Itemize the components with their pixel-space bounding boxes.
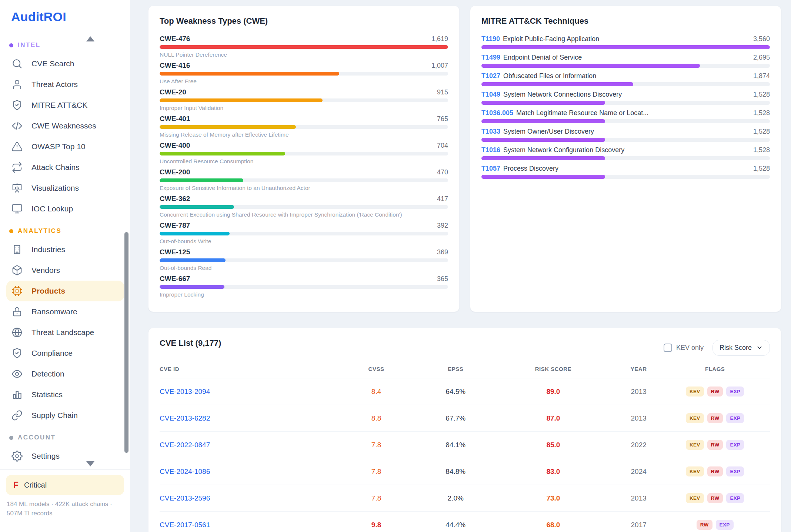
cube-icon — [11, 265, 23, 276]
cvss-value: 9.8 — [330, 521, 422, 529]
flags-cell: KEVRWEXP — [660, 387, 770, 397]
building-icon — [11, 244, 23, 255]
sidebar-item-cwe-weaknesses[interactable]: CWE Weaknesses — [6, 116, 124, 136]
sort-select[interactable]: Risk Score — [712, 340, 770, 356]
sidebar-item-industries[interactable]: Industries — [6, 239, 124, 260]
cve-id-link[interactable]: CVE-2024-1086 — [160, 468, 330, 476]
bar-fill — [160, 72, 339, 76]
sidebar-item-compliance[interactable]: Compliance — [6, 343, 124, 364]
cwe-bar-row: CWE-667365Improper Locking — [160, 275, 448, 298]
technique-count: 1,528 — [753, 164, 770, 173]
technique-count: 1,528 — [753, 90, 770, 98]
column-header-flags: FLAGS — [660, 366, 770, 372]
section-label-text: INTEL — [18, 41, 41, 49]
flags-cell: KEVRWEXP — [660, 413, 770, 423]
scroll-up-icon[interactable] — [86, 36, 94, 41]
cwe-id: CWE-401 — [160, 115, 190, 123]
technique-code-link[interactable]: T1190 — [481, 35, 500, 43]
bar-fill — [160, 125, 296, 129]
cve-id-link[interactable]: CVE-2022-0847 — [160, 441, 330, 449]
cwe-description: Improper Locking — [160, 291, 448, 298]
sidebar-item-statistics[interactable]: Statistics — [6, 384, 124, 405]
year-value: 2024 — [617, 468, 660, 476]
scroll-down-icon[interactable] — [86, 461, 94, 466]
risk-score-value: 89.0 — [489, 388, 617, 396]
bar-fill — [160, 178, 243, 182]
sidebar-item-threat-actors[interactable]: Threat Actors — [6, 74, 124, 95]
sidebar-item-settings[interactable]: Settings — [6, 446, 124, 466]
logo-block: AuditROI — [0, 0, 130, 33]
bar-track — [481, 45, 770, 49]
cvss-value: 7.8 — [330, 468, 422, 476]
sidebar-item-ransomware[interactable]: Ransomware — [6, 301, 124, 322]
sidebar-footer: F Critical 184 ML models · 422K attack c… — [0, 469, 130, 532]
technique-code-link[interactable]: T1499 — [481, 53, 500, 61]
cwe-bar-row: CWE-787392Out-of-bounds Write — [160, 221, 448, 245]
cve-list-title: CVE List (9,177) — [160, 338, 221, 348]
section-label-text: ANALYTICS — [18, 227, 61, 235]
sidebar-item-products[interactable]: Products — [6, 281, 124, 301]
technique-code-link[interactable]: T1027 — [481, 72, 500, 80]
cvss-value: 7.8 — [330, 441, 422, 449]
gear-icon — [11, 451, 23, 462]
person-icon — [11, 79, 23, 90]
flag-badge-exp: EXP — [716, 520, 734, 530]
cwe-count: 369 — [437, 248, 448, 256]
sidebar-item-label: Settings — [31, 452, 60, 461]
cwe-count: 392 — [437, 221, 448, 230]
cve-id-link[interactable]: CVE-2013-2596 — [160, 494, 330, 502]
cwe-description: Out-of-bounds Read — [160, 264, 448, 271]
epss-value: 84.1% — [422, 441, 489, 449]
sidebar-item-detection[interactable]: Detection — [6, 364, 124, 384]
cve-id-link[interactable]: CVE-2017-0561 — [160, 521, 330, 529]
year-value: 2017 — [617, 521, 660, 529]
cve-table-row: CVE-2017-05619.844.4%68.02017RWEXP — [160, 512, 770, 532]
cwe-id: CWE-667 — [160, 275, 190, 283]
sidebar-scrollbar-thumb[interactable] — [124, 232, 129, 453]
cve-list-card: CVE List (9,177) KEV only Risk Score CVE… — [148, 328, 781, 532]
sidebar-item-mitre-att-ck[interactable]: MITRE ATT&CK — [6, 95, 124, 116]
cwe-bar-row: CWE-125369Out-of-bounds Read — [160, 248, 448, 271]
sidebar-item-supply-chain[interactable]: Supply Chain — [6, 405, 124, 426]
cve-id-link[interactable]: CVE-2013-2094 — [160, 388, 330, 396]
technique-code-link[interactable]: T1016 — [481, 146, 500, 154]
sidebar-item-cve-search[interactable]: CVE Search — [6, 53, 124, 74]
year-value: 2013 — [617, 414, 660, 422]
cwe-id: CWE-200 — [160, 168, 190, 176]
technique-count: 3,560 — [753, 35, 770, 43]
flag-badge-kev: KEV — [686, 493, 704, 503]
risk-score-value: 85.0 — [489, 441, 617, 449]
sidebar-item-label: Industries — [31, 245, 65, 254]
section-label-text: ACCOUNT — [18, 434, 56, 441]
cwe-card-title: Top Weakness Types (CWE) — [160, 16, 448, 26]
technique-code-link[interactable]: T1057 — [481, 164, 500, 173]
bar-chart-icon — [11, 389, 23, 400]
technique-code-link[interactable]: T1049 — [481, 90, 500, 98]
sidebar-item-threat-landscape[interactable]: Threat Landscape — [6, 322, 124, 343]
sidebar-item-vendors[interactable]: Vendors — [6, 260, 124, 281]
shield-check-icon — [11, 348, 23, 359]
section-label-intel: INTEL — [9, 41, 124, 49]
bar-fill — [160, 98, 323, 102]
bar-track — [160, 98, 448, 102]
technique-code-link[interactable]: T1033 — [481, 127, 500, 135]
shield-check-icon — [11, 100, 23, 111]
globe-icon — [11, 327, 23, 338]
technique-name: System Owner/User Discovery — [503, 127, 749, 135]
cwe-count: 417 — [437, 195, 448, 203]
sidebar-item-attack-chains[interactable]: Attack Chains — [6, 157, 124, 178]
column-header-risk-score: RISK SCORE — [489, 366, 617, 372]
sidebar-item-ioc-lookup[interactable]: IOC Lookup — [6, 198, 124, 219]
cve-id-link[interactable]: CVE-2013-6282 — [160, 414, 330, 422]
sidebar-item-owasp-top-10[interactable]: OWASP Top 10 — [6, 136, 124, 157]
flags-cell: KEVRWEXP — [660, 493, 770, 503]
flag-badge-rw: RW — [707, 387, 723, 397]
sidebar-item-label: Compliance — [31, 349, 73, 358]
kev-only-checkbox[interactable] — [664, 344, 672, 352]
sidebar-item-label: Supply Chain — [31, 411, 78, 420]
technique-code-link[interactable]: T1036.005 — [481, 109, 513, 117]
epss-value: 84.8% — [422, 468, 489, 476]
sidebar-item-visualizations[interactable]: Visualizations — [6, 178, 124, 198]
epss-value: 2.0% — [422, 494, 489, 502]
technique-name: Endpoint Denial of Service — [503, 53, 749, 61]
